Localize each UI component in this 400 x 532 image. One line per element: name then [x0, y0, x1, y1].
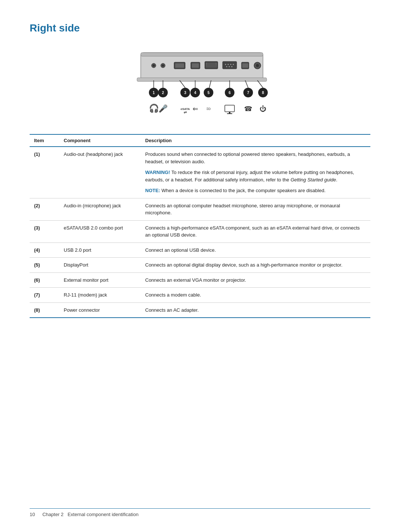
svg-point-18 [233, 64, 234, 65]
component-name: DisplayPort [59, 258, 141, 273]
right-side-diagram: 1 2 3 4 5 6 7 8 🎧 🎤 eSATA ⇄ ⇐ [115, 45, 285, 123]
svg-text:⇐: ⇐ [193, 105, 198, 113]
component-name: RJ-11 (modem) jack [59, 288, 141, 303]
component-name: External monitor port [59, 272, 141, 288]
description-main: Connects an optional digital display dev… [145, 261, 366, 269]
footer-page-number: 10 [30, 512, 35, 517]
page-title: Right side [30, 22, 370, 34]
svg-point-25 [256, 64, 259, 67]
item-number: (1) [30, 147, 59, 198]
table-row: (1)Audio-out (headphone) jackProduces so… [30, 147, 370, 198]
description-cell: Connect an optional USB device. [141, 242, 370, 258]
description-cell: Connects an AC adapter. [141, 302, 370, 318]
svg-rect-14 [223, 61, 237, 69]
item-number: (4) [30, 242, 59, 258]
header-description: Description [141, 134, 370, 147]
item-number: (7) [30, 288, 59, 303]
svg-text:5: 5 [207, 91, 210, 95]
table-row: (5)DisplayPortConnects an optional digit… [30, 258, 370, 273]
svg-text:⇄: ⇄ [184, 110, 187, 114]
svg-text:6: 6 [229, 91, 231, 95]
item-number: (3) [30, 220, 59, 242]
svg-rect-10 [192, 63, 199, 68]
svg-point-15 [225, 64, 226, 65]
svg-point-17 [230, 64, 231, 65]
description-main: Produces sound when connected to optiona… [145, 151, 366, 165]
svg-point-16 [228, 64, 229, 65]
table-row: (3)eSATA/USB 2.0 combo portConnects a hi… [30, 220, 370, 242]
table-header-row: Item Component Description [30, 134, 370, 147]
description-cell: Produces sound when connected to optiona… [141, 147, 370, 198]
svg-rect-23 [242, 63, 248, 68]
page-footer: 10 Chapter 2 External component identifi… [30, 508, 370, 517]
svg-rect-8 [175, 63, 184, 68]
warning-italic-text: Getting Started guide [290, 177, 336, 183]
svg-text:3: 3 [184, 91, 186, 95]
component-name: USB 2.0 port [59, 242, 141, 258]
item-number: (6) [30, 272, 59, 288]
svg-point-4 [153, 64, 155, 67]
svg-text:2: 2 [162, 91, 164, 95]
description-main: Connects an optional computer headset mi… [145, 202, 366, 217]
component-name: eSATA/USB 2.0 combo port [59, 220, 141, 242]
svg-rect-56 [225, 105, 234, 112]
header-component: Component [59, 134, 141, 147]
note-block: NOTE: When a device is connected to the … [145, 187, 366, 194]
svg-point-20 [229, 66, 230, 67]
svg-text:4: 4 [194, 91, 196, 95]
table-row: (7)RJ-11 (modem) jackConnects a modem ca… [30, 288, 370, 303]
item-number: (8) [30, 302, 59, 318]
item-number: (2) [30, 198, 59, 220]
components-table: Item Component Description (1)Audio-out … [30, 134, 370, 318]
svg-point-19 [226, 66, 227, 67]
table-row: (2)Audio-in (microphone) jackConnects an… [30, 198, 370, 220]
svg-text:‡D: ‡D [206, 107, 211, 111]
component-name: Audio-out (headphone) jack [59, 147, 141, 198]
description-cell: Connects a modem cable. [141, 288, 370, 303]
header-item: Item [30, 134, 59, 147]
page-container: Right side [0, 0, 400, 362]
description-main: Connects a modem cable. [145, 291, 366, 299]
svg-text:8: 8 [262, 91, 264, 95]
warning-label: WARNING! [145, 170, 171, 175]
svg-rect-2 [137, 78, 267, 81]
svg-rect-1 [141, 53, 263, 56]
footer-chapter-text: Chapter 2 External component identificat… [42, 512, 138, 517]
svg-text:☎: ☎ [244, 105, 252, 113]
description-cell: Connects an external VGA monitor or proj… [141, 272, 370, 288]
svg-point-21 [231, 66, 233, 67]
component-name: Audio-in (microphone) jack [59, 198, 141, 220]
note-label: NOTE: [145, 188, 161, 193]
description-main: Connects a high-performance eSATA compon… [145, 224, 366, 239]
table-row: (4)USB 2.0 portConnect an optional USB d… [30, 242, 370, 258]
description-cell: Connects an optional digital display dev… [141, 258, 370, 273]
component-name: Power connector [59, 302, 141, 318]
svg-text:1: 1 [153, 91, 155, 95]
diagram-area: 1 2 3 4 5 6 7 8 🎧 🎤 eSATA ⇄ ⇐ [30, 45, 370, 123]
svg-text:🎤: 🎤 [159, 104, 168, 113]
table-row: (6)External monitor portConnects an exte… [30, 272, 370, 288]
description-main: Connects an external VGA monitor or proj… [145, 277, 366, 284]
description-cell: Connects a high-performance eSATA compon… [141, 220, 370, 242]
item-number: (5) [30, 258, 59, 273]
svg-text:🎧: 🎧 [149, 103, 159, 113]
table-row: (8)Power connectorConnects an AC adapter… [30, 302, 370, 318]
svg-text:7: 7 [247, 91, 249, 95]
description-main: Connect an optional USB device. [145, 247, 366, 254]
svg-rect-58 [227, 113, 232, 114]
description-main: Connects an AC adapter. [145, 307, 366, 314]
warning-block: WARNING! To reduce the risk of personal … [145, 169, 366, 183]
svg-point-6 [162, 64, 164, 67]
svg-text:⏻: ⏻ [260, 105, 266, 113]
description-cell: Connects an optional computer headset mi… [141, 198, 370, 220]
svg-marker-13 [206, 63, 217, 68]
